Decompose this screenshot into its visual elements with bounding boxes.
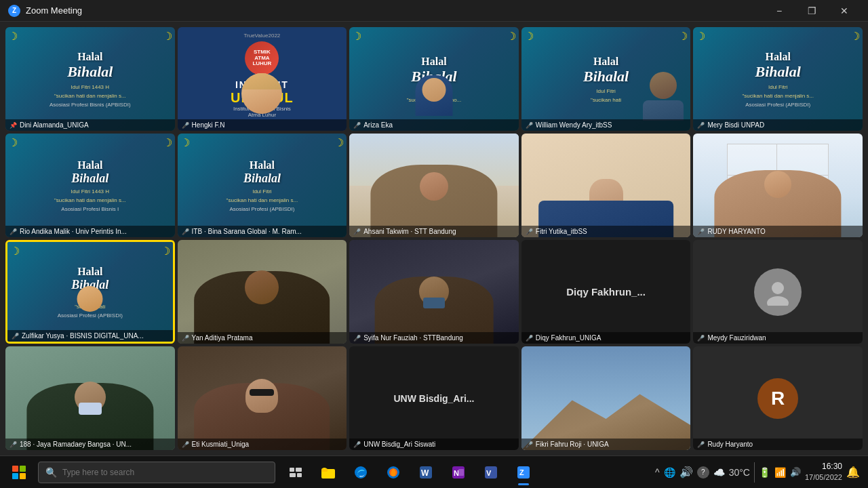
onenote-button[interactable]: N xyxy=(443,458,473,487)
video-tile[interactable]: 🎤 188 · Jaya Ramadaey Bangsa · UN... xyxy=(5,346,175,450)
participant-label: 🎤 Mery Bisdi UNPAD xyxy=(693,119,863,131)
video-tile[interactable]: UNW Bisdig_Ari... 🎤 UNW Bisdig_Ari Siswa… xyxy=(349,346,519,450)
svg-text:Z: Z xyxy=(519,468,524,476)
mic-icon: 🎤 xyxy=(526,228,533,235)
video-tile[interactable]: 🎤 Fikri Fahru Roji · UNIGA xyxy=(521,346,691,450)
video-tile[interactable]: ☽ ☽ HalalBihalal Idul Fitri 1443 H "suci… xyxy=(5,27,175,131)
wifi-icon: 📶 xyxy=(774,467,786,478)
participant-label: 🎤 UNW Bisdig_Ari Siswati xyxy=(349,439,519,450)
svg-text:W: W xyxy=(421,468,429,478)
crescent-icon: ☽ xyxy=(678,30,688,43)
video-tile[interactable]: ☽ ☽ HalalBihalal Idul Fitri "sucikan hat… xyxy=(349,27,519,131)
video-tile[interactable]: 🎤 RUDY HARYANTO xyxy=(693,134,863,237)
svg-rect-7 xyxy=(321,469,328,472)
svg-point-1 xyxy=(767,296,789,306)
taskview-button[interactable] xyxy=(281,458,311,487)
video-tile[interactable]: TrueValue2022 STMIKATMALUHUR INSTITUT UN… xyxy=(178,27,347,131)
mic-icon: 🎤 xyxy=(182,441,189,448)
mic-icon: 🎤 xyxy=(182,122,189,129)
restore-button[interactable]: ❐ xyxy=(796,0,827,22)
taskbar: 🔍 xyxy=(0,455,868,488)
video-tile[interactable]: ☽ ☽ HalalBihalal Idul Fitri "sucikan hat… xyxy=(693,27,863,131)
svg-text:N: N xyxy=(454,469,459,477)
video-tile[interactable]: ☽ ☽ HalalBihalal Idul Fitri 1443 H "suci… xyxy=(5,134,175,237)
zoom-icon: Z xyxy=(8,5,20,17)
temperature-display: 30°C xyxy=(729,467,750,478)
speaker-icon[interactable]: 🔊 xyxy=(679,466,693,479)
divider xyxy=(754,462,755,483)
mic-icon: 🎤 xyxy=(697,122,705,129)
minimize-button[interactable]: − xyxy=(764,0,795,22)
participant-label: 🎤 Meydy Fauziridwan xyxy=(693,332,863,344)
avatar-circle-r: R xyxy=(757,378,798,419)
mic-icon: 🎤 xyxy=(353,335,361,342)
avatar-circle xyxy=(754,268,802,316)
video-tile[interactable]: ☽ ☽ HalalBihalal Idul Fitri "sucikan hat… xyxy=(521,27,691,131)
battery-icon: 🔋 xyxy=(759,467,770,478)
participant-label: 🎤 Diqy Fakhrun_UNIGA xyxy=(521,332,691,344)
volume-icon: 🔊 xyxy=(790,467,801,477)
participant-label: 🎤 Fikri Fahru Roji · UNIGA xyxy=(521,439,691,450)
window-title: Zoom Meeting xyxy=(26,5,82,16)
participant-label: 🎤 ITB · Bina Sarana Global · M. Ram... xyxy=(178,226,347,237)
video-tile[interactable]: R 🎤 Rudy Haryanto xyxy=(693,346,863,450)
mic-icon: 🎤 xyxy=(9,441,17,448)
participant-label: 🎤 Hengki F.N xyxy=(178,119,347,131)
video-tile[interactable]: 🎤 Yan Aditiya Pratama xyxy=(178,240,347,344)
crescent-icon: ☽ xyxy=(8,136,18,149)
close-button[interactable]: ✕ xyxy=(829,0,860,22)
search-icon: 🔍 xyxy=(45,467,57,478)
clock-display[interactable]: 16:30 17/05/2022 xyxy=(805,461,842,483)
network-icon[interactable]: 🌐 xyxy=(664,467,675,478)
crescent-icon: ☽ xyxy=(180,136,190,149)
participant-label: 🎤 RUDY HARYANTO xyxy=(693,226,863,237)
video-tile[interactable]: 🎤 Syifa Nur Fauziah · STTBandung xyxy=(349,240,519,344)
edge-button[interactable] xyxy=(346,458,376,487)
svg-rect-4 xyxy=(290,473,296,477)
participant-label: 🎤 Ahsani Takwim · STT Bandung xyxy=(349,226,519,237)
windows-logo xyxy=(12,466,26,479)
participant-label: 🎤 William Wendy Ary_itbSS xyxy=(521,119,691,131)
visio-button[interactable]: V xyxy=(476,458,506,487)
system-tray: ^ 🌐 🔊 ? ☁️ 30°C xyxy=(655,466,750,479)
search-bar[interactable]: 🔍 xyxy=(38,462,275,483)
mic-icon: 🎤 xyxy=(182,228,189,235)
name-display: Diqy Fakhrun_... xyxy=(566,286,646,298)
video-tile[interactable]: 🎤 Eti Kusmiati_Uniga xyxy=(178,346,347,450)
crescent-icon: ☽ xyxy=(352,30,361,43)
fileexplorer-button[interactable] xyxy=(313,458,343,487)
video-tile[interactable]: ☽ ☽ HalalBihalal Idul Fitri "sucikan hat… xyxy=(178,134,347,237)
crescent-icon: ☽ xyxy=(161,245,170,258)
participant-label: 📌 Dini Alamanda_UNIGA xyxy=(5,119,175,131)
question-icon[interactable]: ? xyxy=(697,466,709,479)
mic-icon: 🎤 xyxy=(353,441,361,448)
mic-icon: 🎤 xyxy=(9,228,17,235)
crescent-icon: ☽ xyxy=(850,30,860,43)
mic-icon: 🎤 xyxy=(697,228,705,235)
crescent-right-icon: ☽ xyxy=(163,30,172,43)
svg-rect-15 xyxy=(458,469,464,476)
participant-label: 🎤 Fitri Yutika_itbSS xyxy=(521,226,691,237)
notification-icon[interactable]: 🔔 xyxy=(846,466,860,479)
title-bar-left: Z Zoom Meeting xyxy=(8,5,82,17)
participant-label: 🎤 Yan Aditiya Pratama xyxy=(178,332,347,344)
date: 17/05/2022 xyxy=(805,472,842,483)
participant-label: 🎤 188 · Jaya Ramadaey Bangsa · UN... xyxy=(5,439,175,450)
crescent-left-icon: ☽ xyxy=(8,30,18,43)
participant-label: 🎤 Rio Andika Malik · Univ Perintis In... xyxy=(5,226,175,237)
firefox-button[interactable] xyxy=(378,458,408,487)
video-tile[interactable]: 🎤 Meydy Fauziridwan xyxy=(693,240,863,344)
participant-label: 🎤 Zulfikar Yusya · BISNIS DIGITAL_UNA... xyxy=(7,330,173,342)
zoom-button[interactable]: Z xyxy=(509,458,538,487)
video-tile[interactable]: Diqy Fakhrun_... 🎤 Diqy Fakhrun_UNIGA xyxy=(521,240,691,344)
mic-icon: 🎤 xyxy=(697,335,705,342)
chevron-icon[interactable]: ^ xyxy=(655,467,660,478)
video-tile[interactable]: 🎤 Ahsani Takwim · STT Bandung xyxy=(349,134,519,237)
video-grid: ☽ ☽ HalalBihalal Idul Fitri 1443 H "suci… xyxy=(0,22,868,455)
video-tile-highlighted[interactable]: ☽ ☽ HalalBihalal Idul Fitri "sucikan hat… xyxy=(5,240,175,344)
video-tile[interactable]: 🎤 Fitri Yutika_itbSS xyxy=(521,134,691,237)
crescent-icon: ☽ xyxy=(696,30,705,43)
word-button[interactable]: W xyxy=(411,458,441,487)
start-button[interactable] xyxy=(3,456,35,489)
search-input[interactable] xyxy=(62,468,268,477)
